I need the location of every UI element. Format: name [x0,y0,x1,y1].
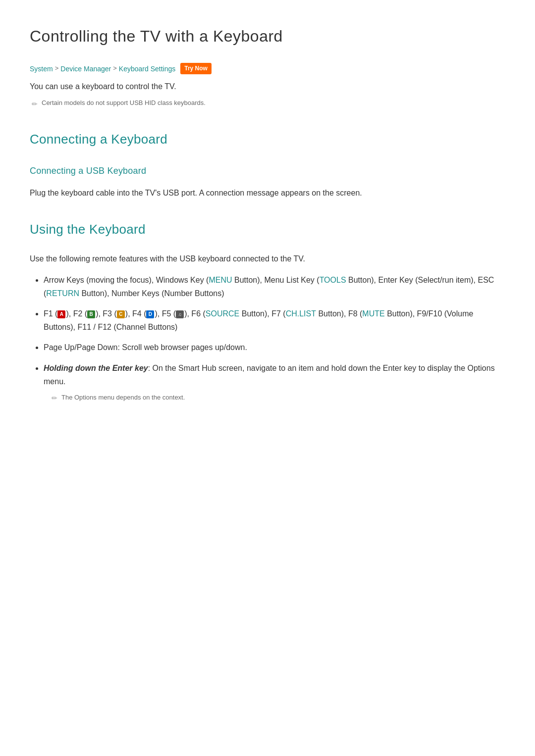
arrow-keys-text-1: Arrow Keys (moving the focus), Windows K… [44,276,209,284]
breadcrumb-sep-1: > [55,63,59,74]
try-now-badge[interactable]: Try Now [180,63,212,74]
f1-text: F1 ( [44,309,57,318]
mute-highlight: MUTE [362,309,384,318]
f7-text: Button), F7 ( [239,309,285,318]
key-d-icon: D [146,310,154,318]
options-menu-note: ✏ The Options menu depends on the contex… [44,392,505,404]
breadcrumb-system[interactable]: System [30,63,53,74]
source-highlight: SOURCE [206,309,239,318]
list-item-f-keys: F1 (A), F2 (B), F3 (C), F4 (D), F5 (♫), … [44,307,505,334]
subsection-usb-keyboard-heading: Connecting a USB Keyboard [30,164,505,178]
keyboard-features-list: Arrow Keys (moving the focus), Windows K… [30,273,505,404]
note-icon: ✏ [32,99,38,109]
holding-enter-key-text: Holding down the Enter key [44,364,148,372]
options-note-icon: ✏ [52,393,57,404]
breadcrumb-keyboard-settings[interactable]: Keyboard Settings [119,63,175,74]
f3-text: ), F3 ( [96,309,117,318]
key-a-icon: A [57,310,65,318]
menu-highlight: MENU [209,276,232,284]
options-note-text: The Options menu depends on the context. [61,392,185,403]
section-connecting-heading: Connecting a Keyboard [30,129,505,150]
section-using-heading: Using the Keyboard [30,219,505,240]
f6-text: ), F6 ( [184,309,206,318]
intro-note-text: Certain models do not support USB HID cl… [42,98,206,108]
list-item-page-updown: Page Up/Page Down: Scroll web browser pa… [44,341,505,354]
key-c-icon: C [117,310,125,318]
page-updown-text: Page Up/Page Down: Scroll web browser pa… [44,343,247,352]
f5-text: ), F5 ( [155,309,176,318]
breadcrumb-device-manager[interactable]: Device Manager [60,63,111,74]
arrow-keys-text-4: Button), Number Keys (Number Buttons) [79,289,224,298]
arrow-keys-text-2: Button), Menu List Key ( [232,276,320,284]
return-highlight: RETURN [46,289,79,298]
intro-note: ✏ Certain models do not support USB HID … [30,98,505,109]
intro-text: You can use a keyboard to control the TV… [30,80,505,93]
f8-text: Button), F8 ( [316,309,362,318]
using-intro: Use the following remote features with t… [30,252,505,265]
breadcrumb-sep-2: > [113,63,117,74]
breadcrumb: System > Device Manager > Keyboard Setti… [30,63,505,74]
list-item-holding-enter: Holding down the Enter key: On the Smart… [44,361,505,404]
key-e-icon: ♫ [176,310,184,318]
page-title: Controlling the TV with a Keyboard [30,24,505,49]
usb-keyboard-body: Plug the keyboard cable into the TV's US… [30,186,505,200]
f4-text: ), F4 ( [125,309,147,318]
tools-highlight: TOOLS [320,276,346,284]
list-item-arrow-keys: Arrow Keys (moving the focus), Windows K… [44,273,505,300]
key-b-icon: B [87,310,95,318]
chlist-highlight: CH.LIST [286,309,316,318]
f2-text: ), F2 ( [66,309,87,318]
